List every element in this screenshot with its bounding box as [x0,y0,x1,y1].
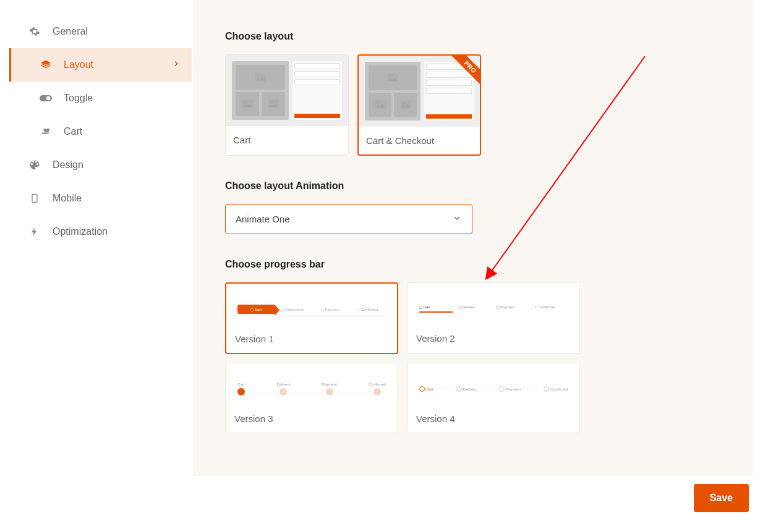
svg-point-12 [390,75,391,77]
sidebar-item-design[interactable]: Design [9,148,192,182]
chevron-right-icon [172,59,181,70]
sidebar-item-cart[interactable]: Cart [9,115,192,148]
svg-point-10 [270,102,272,104]
sidebar-item-label: Toggle [64,93,93,104]
main-panel: Choose layout Cart PRO [193,0,753,476]
layout-card-cart-checkout[interactable]: PRO Cart & Checkout [357,54,481,156]
palette-icon [28,159,41,171]
settings-sidebar: General Layout Toggle Cart Design Mobile [9,0,192,476]
bolt-icon [28,226,41,237]
layout-card-cart[interactable]: Cart [225,54,349,156]
progress-card-label: Version 1 [235,334,388,344]
svg-point-1 [46,96,51,101]
section-title-animation: Choose layout Animation [225,180,721,192]
section-title-progress: Choose progress bar [225,259,721,270]
svg-point-16 [402,103,404,104]
gear-icon [28,26,41,37]
progress-card-row: ◻ Cart ◻ Information ◻ Payment ✓ Confirm… [225,282,721,433]
progress-thumb: ◻ Cart ◻ Delivery ◻ Payment ✓ Confirmed [416,292,571,326]
progress-thumb: ◻ Cart ◻ Information ◻ Payment ✓ Confirm… [235,292,388,326]
animation-select[interactable]: Animate One [225,204,472,234]
sidebar-item-optimization[interactable]: Optimization [9,215,192,248]
layers-icon [39,59,53,70]
mobile-icon [28,193,41,204]
sidebar-item-label: Cart [64,126,82,137]
svg-point-6 [257,75,259,77]
progress-card-label: Version 2 [416,333,571,344]
progress-thumb: Cart Delivery Payment Confirmed [416,372,571,406]
animation-select-value: Animate One [236,214,290,224]
svg-point-8 [244,102,246,104]
sidebar-item-mobile[interactable]: Mobile [9,182,192,215]
progress-card-v1[interactable]: ◻ Cart ◻ Information ◻ Payment ✓ Confirm… [225,282,398,354]
sidebar-item-toggle[interactable]: Toggle [9,82,192,115]
sidebar-item-label: Optimization [53,226,108,237]
sidebar-item-general[interactable]: General [9,15,192,48]
layout-card-label: Cart [226,126,348,154]
svg-rect-2 [42,133,49,134]
sidebar-item-label: Mobile [53,193,82,204]
progress-card-v3[interactable]: Cart Delivery Payment Confirmed Version … [225,363,398,433]
layout-card-label: Cart & Checkout [359,127,480,154]
sidebar-item-label: Layout [64,59,93,70]
layout-card-row: Cart PRO Cart & Checkout [225,54,721,156]
chevron-down-icon [452,213,462,225]
progress-thumb: Cart Delivery Payment Confirmed [234,372,389,406]
section-title-layout: Choose layout [225,31,721,42]
progress-card-v2[interactable]: ◻ Cart ◻ Delivery ◻ Payment ✓ Confirmed … [407,282,580,354]
layout-thumb [226,55,348,126]
progress-card-label: Version 4 [416,413,571,424]
cart-icon [39,126,53,137]
save-button[interactable]: Save [694,484,749,512]
progress-card-v4[interactable]: Cart Delivery Payment Confirmed Version … [407,363,580,433]
svg-point-14 [377,103,378,104]
progress-card-label: Version 3 [234,413,389,424]
sidebar-item-label: General [53,26,88,37]
toggle-icon [39,95,53,102]
sidebar-item-label: Design [53,159,83,171]
sidebar-item-layout[interactable]: Layout [9,48,192,82]
